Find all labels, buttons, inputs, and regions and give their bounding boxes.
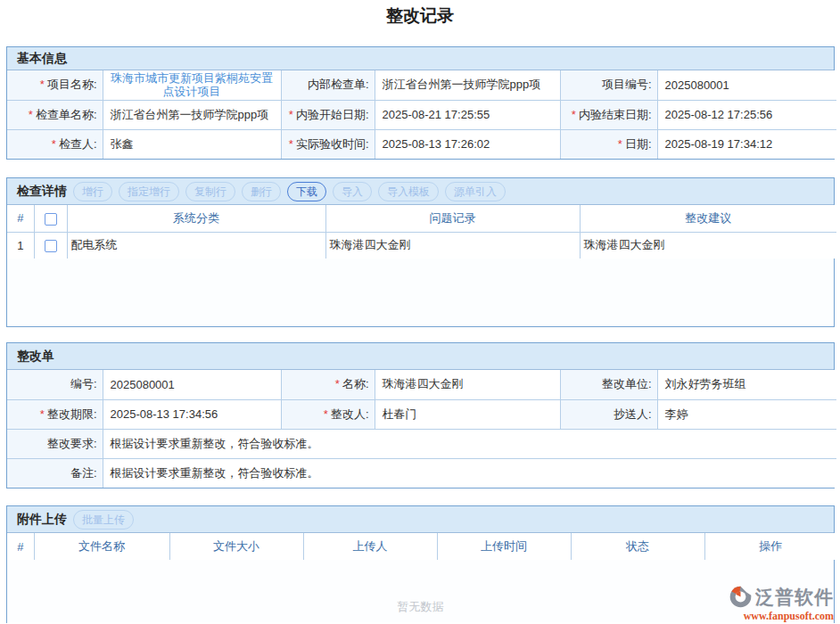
empty-area [7, 259, 834, 326]
rectification-record-page: 整改记录 基本信息 *项目名称: 珠海市城市更新项目紫桐苑安置点设计项目 内部检… [0, 0, 840, 624]
required-mark: * [289, 137, 293, 151]
field-value: 浙江省台州第一技师学院ppp项 [375, 70, 560, 100]
batch-upload-button[interactable]: 批量上传 [73, 510, 134, 530]
field-value: 2025-08-13 17:34:56 [103, 399, 281, 429]
required-mark: * [289, 108, 293, 121]
import-button[interactable]: 导入 [333, 182, 372, 201]
fanpu-logo-text: 泛普软件 [755, 587, 834, 606]
required-mark: * [52, 137, 56, 151]
rectify-form-table: 编号: 2025080001 *名称: 珠海港四大金刚 整改单位: 刘永好劳务班… [7, 370, 836, 488]
rectify-form-row: 备注: 根据设计要求重新整改，符合验收标准。 [7, 458, 836, 488]
column-actions: 操作 [704, 533, 836, 560]
row-category: 配电系统 [67, 232, 325, 259]
add-row-button[interactable]: 增行 [73, 182, 112, 201]
insert-row-button[interactable]: 指定增行 [119, 182, 179, 201]
basic-info-header: 基本信息 [7, 47, 834, 70]
field-label: 备注: [7, 458, 103, 488]
field-value: 2025-08-12 17:25:56 [657, 100, 836, 129]
field-label: 抄送人: [560, 399, 657, 429]
basic-info-table: *项目名称: 珠海市城市更新项目紫桐苑安置点设计项目 内部检查单: 浙江省台州第… [7, 70, 836, 159]
check-detail-table: # 系统分类 问题记录 整改建议 1 配电系统 珠海港四大金刚 珠海港四大金刚 [7, 205, 836, 259]
copy-row-button[interactable]: 复制行 [185, 182, 235, 201]
column-select [34, 205, 67, 232]
source-import-button[interactable]: 源单引入 [445, 182, 506, 201]
required-mark: * [40, 407, 45, 421]
field-label: *内验结束日期: [560, 100, 657, 129]
rectify-form-section: 整改单 编号: 2025080001 *名称: 珠海港四大金刚 整改单位: 刘永… [6, 342, 835, 489]
field-label: 整改要求: [7, 429, 103, 458]
basic-info-row: *项目名称: 珠海市城市更新项目紫桐苑安置点设计项目 内部检查单: 浙江省台州第… [7, 70, 836, 100]
field-value: 杜春门 [375, 399, 560, 429]
rectify-form-row: 整改要求: 根据设计要求重新整改，符合验收标准。 [7, 429, 836, 458]
row-index: 1 [7, 232, 34, 259]
column-upload-time: 上传时间 [437, 533, 571, 560]
field-value: 根据设计要求重新整改，符合验收标准。 [103, 429, 836, 458]
fanpu-logo-url: www.fanpusoft.com [729, 611, 834, 621]
check-detail-section: 检查详情 增行 指定增行 复制行 删行 下载 导入 导入模板 源单引入 # 系统… [6, 177, 835, 327]
check-detail-header: 检查详情 增行 指定增行 复制行 删行 下载 导入 导入模板 源单引入 [7, 178, 834, 205]
basic-info-section: 基本信息 *项目名称: 珠海市城市更新项目紫桐苑安置点设计项目 内部检查单: 浙… [6, 46, 835, 160]
field-label: 内部检查单: [281, 70, 375, 100]
field-value: 2025080001 [103, 370, 281, 399]
field-label: *整改人: [281, 399, 375, 429]
attachments-section: 附件上传 批量上传 # 文件名称 文件大小 上传人 上传时间 状态 操作 暂无数… [6, 505, 835, 623]
delete-row-button[interactable]: 删行 [242, 182, 281, 201]
field-label: 整改单位: [560, 370, 657, 399]
field-value: 张鑫 [103, 129, 281, 159]
column-suggestion: 整改建议 [580, 205, 836, 232]
field-label: *检查人: [7, 129, 103, 159]
import-template-button[interactable]: 导入模板 [378, 182, 439, 201]
download-button[interactable]: 下载 [287, 182, 326, 201]
attachments-header-row: # 文件名称 文件大小 上传人 上传时间 状态 操作 [7, 533, 836, 560]
required-mark: * [335, 377, 340, 390]
field-value: 珠海市城市更新项目紫桐苑安置点设计项目 [103, 70, 281, 100]
rectify-form-row: 编号: 2025080001 *名称: 珠海港四大金刚 整改单位: 刘永好劳务班… [7, 370, 836, 399]
no-data-text: 暂无数据 [7, 560, 834, 615]
field-label: *整改期限: [7, 399, 103, 429]
fanpu-logo: 泛普软件 www.fanpusoft.com [729, 585, 834, 621]
field-value: 浙江省台州第一技师学院ppp项 [103, 100, 281, 129]
attachments-title: 附件上传 [17, 512, 67, 528]
field-value: 2025-08-21 17:25:55 [375, 100, 560, 129]
field-value: 2025-08-13 17:26:02 [375, 129, 560, 159]
project-name-link[interactable]: 珠海市城市更新项目紫桐苑安置点设计项目 [107, 71, 277, 98]
rectify-form-row: *整改期限: 2025-08-13 17:34:56 *整改人: 杜春门 抄送人… [7, 399, 836, 429]
attachments-empty-area: 暂无数据 [7, 560, 834, 622]
field-label: *内验开始日期: [281, 100, 375, 129]
field-label: *名称: [281, 370, 375, 399]
column-file-size: 文件大小 [169, 533, 303, 560]
required-mark: * [40, 78, 45, 91]
row-suggestion: 珠海港四大金刚 [580, 232, 836, 259]
field-value: 2025080001 [657, 70, 836, 100]
required-mark: * [29, 108, 33, 121]
required-mark: * [572, 108, 576, 121]
table-row: 1 配电系统 珠海港四大金刚 珠海港四大金刚 [7, 232, 836, 259]
attachments-header: 附件上传 批量上传 [7, 506, 834, 533]
basic-info-row: *检查人: 张鑫 *实际验收时间: 2025-08-13 17:26:02 *日… [7, 129, 836, 159]
attachments-table: # 文件名称 文件大小 上传人 上传时间 状态 操作 [7, 533, 836, 560]
required-mark: * [618, 137, 622, 151]
column-uploader: 上传人 [303, 533, 437, 560]
field-value: 2025-08-19 17:34:12 [657, 129, 836, 159]
column-category: 系统分类 [67, 205, 325, 232]
field-label: 项目编号: [560, 70, 657, 100]
column-file-name: 文件名称 [34, 533, 169, 560]
fanpu-logo-icon [729, 585, 753, 609]
check-detail-title: 检查详情 [17, 184, 67, 200]
column-index: # [7, 533, 34, 560]
row-select [34, 232, 67, 259]
column-status: 状态 [571, 533, 704, 560]
field-label: *项目名称: [7, 70, 103, 100]
select-all-checkbox[interactable] [45, 213, 57, 226]
page-title: 整改记录 [0, 0, 840, 23]
required-mark: * [324, 407, 328, 421]
rectify-form-header: 整改单 [7, 343, 834, 370]
field-value: 珠海港四大金刚 [375, 370, 560, 399]
row-checkbox[interactable] [45, 240, 57, 252]
field-label: *检查单名称: [7, 100, 103, 129]
basic-info-row: *检查单名称: 浙江省台州第一技师学院ppp项 *内验开始日期: 2025-08… [7, 100, 836, 129]
column-problem: 问题记录 [325, 205, 580, 232]
field-label: *日期: [560, 129, 657, 159]
row-problem: 珠海港四大金刚 [325, 232, 580, 259]
check-detail-header-row: # 系统分类 问题记录 整改建议 [7, 205, 836, 232]
